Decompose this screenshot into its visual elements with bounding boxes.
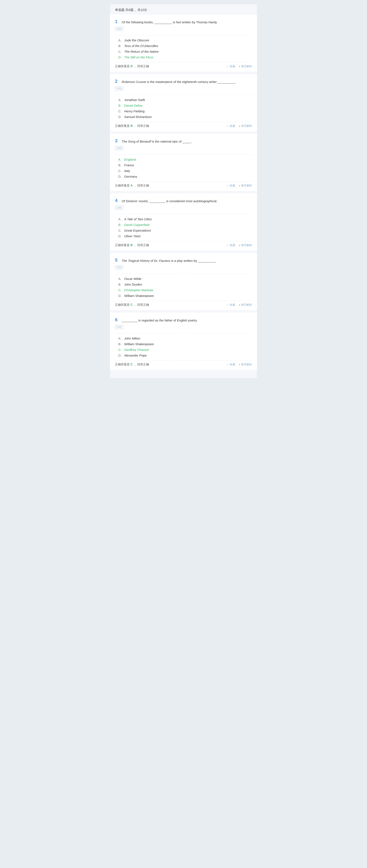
- collect-label-1: 收藏: [230, 64, 235, 68]
- answer-prefix-1: 正确答案是: [115, 64, 130, 68]
- expand-label-6: 展开解析: [241, 363, 252, 366]
- option-letter-1-c: C.: [118, 50, 124, 53]
- collect-button-5[interactable]: 收藏: [226, 303, 235, 307]
- option-2-a: A. Jonathan Swift: [118, 97, 252, 103]
- expand-button-5[interactable]: 展开解析: [239, 303, 252, 307]
- options-divider-5: [115, 274, 252, 274]
- chevron-icon-1: [239, 65, 240, 68]
- option-1-d: D. The Mill on the Floss: [118, 54, 252, 60]
- answer-footer-divider-6: [115, 360, 252, 361]
- question-number-2: 2: [115, 79, 122, 84]
- options-divider-1: [115, 35, 252, 35]
- options-list-6: A. John Milton B. William Shakespeare C.…: [115, 336, 252, 358]
- collect-button-6[interactable]: 收藏: [226, 363, 235, 366]
- expand-button-1[interactable]: 展开解析: [239, 64, 252, 68]
- expand-label-4: 展开解析: [241, 243, 252, 247]
- answer-text-6: 正确答案是 C ， 回答正确: [115, 363, 149, 366]
- answer-status-4: 回答正确: [137, 243, 149, 247]
- expand-label-1: 展开解析: [241, 64, 252, 68]
- star-icon-1: [226, 65, 229, 68]
- collect-button-4[interactable]: 收藏: [226, 243, 235, 247]
- options-divider-2: [115, 95, 252, 95]
- answer-text-4: 正确答案是 B ， 回答正确: [115, 243, 149, 247]
- option-4-d: D. Oliver Twist: [118, 233, 252, 239]
- expand-label-5: 展开解析: [241, 303, 252, 307]
- option-4-a: A. A Tale of Two Cities: [118, 216, 252, 222]
- option-letter-3-d: D.: [118, 175, 124, 178]
- option-letter-4-c: C.: [118, 229, 124, 232]
- question-text-4: Of Dickens' novels, _________ is conside…: [122, 198, 252, 204]
- answer-status-3: 回答正确: [137, 184, 149, 187]
- expand-button-6[interactable]: 展开解析: [239, 363, 252, 366]
- expand-button-2[interactable]: 展开解析: [239, 124, 252, 128]
- option-letter-5-b: B.: [118, 283, 124, 286]
- option-6-d: D. Alexander Pope: [118, 352, 252, 358]
- footer-actions-5: 收藏 展开解析: [226, 303, 252, 307]
- question-header-4: 4 Of Dickens' novels, _________ is consi…: [115, 198, 252, 204]
- question-block-6: 6 _________ is regarded as the father of…: [110, 312, 257, 370]
- answer-footer-6: 正确答案是 C ， 回答正确 收藏 展开解析: [115, 363, 252, 366]
- answer-status-2: 回答正确: [137, 124, 149, 127]
- answer-footer-divider-1: [115, 62, 252, 62]
- option-text-2-d: Samuel Richardson: [124, 115, 152, 119]
- score-badge-6: 2.0分: [115, 325, 123, 329]
- question-number-1: 1: [115, 19, 122, 24]
- option-1-b: B. Tess of the D'Urbervilles: [118, 43, 252, 49]
- option-2-c: C. Henry Fielding: [118, 108, 252, 114]
- option-letter-2-d: D.: [118, 115, 124, 119]
- collect-button-2[interactable]: 收藏: [226, 124, 235, 128]
- answer-text-5: 正确答案是 C ， 回答正确: [115, 303, 149, 307]
- section-header: 单选题 共6题， 共12分: [110, 4, 257, 14]
- correct-letter-6: C: [131, 363, 133, 366]
- answer-prefix-2: 正确答案是: [115, 124, 130, 127]
- collect-button-1[interactable]: 收藏: [226, 64, 235, 68]
- option-text-1-c: The Return of the Native: [124, 50, 159, 53]
- question-number-4: 4: [115, 198, 122, 203]
- option-6-c: C. Geoffrey Chaucer: [118, 347, 252, 352]
- option-text-6-c: Geoffrey Chaucer: [124, 348, 149, 351]
- question-block-2: 2 Robinson Crusoe is the masterpiece of …: [110, 74, 257, 131]
- collect-button-3[interactable]: 收藏: [226, 184, 235, 187]
- question-block-5: 5 The Tragical History of Dr. Faustus is…: [110, 253, 257, 310]
- question-header-2: 2 Robinson Crusoe is the masterpiece of …: [115, 79, 252, 84]
- answer-comma-4: ，: [134, 243, 136, 247]
- question-header-3: 3 The Song of Beowulf is the national ep…: [115, 138, 252, 144]
- chevron-icon-3: [239, 184, 240, 187]
- answer-footer-5: 正确答案是 C ， 回答正确 收藏 展开解析: [115, 303, 252, 307]
- option-text-1-a: Jude the Obscure: [124, 38, 149, 42]
- chevron-icon-4: [239, 244, 240, 247]
- answer-text-3: 正确答案是 A ， 回答正确: [115, 184, 149, 187]
- collect-label-4: 收藏: [230, 243, 235, 247]
- option-3-d: D. Germany: [118, 174, 252, 179]
- option-5-b: B. John Dryden: [118, 282, 252, 287]
- question-text-1: Of the following books, __________ is No…: [122, 19, 252, 25]
- question-block-3: 3 The Song of Beowulf is the national ep…: [110, 133, 257, 191]
- footer-actions-1: 收藏 展开解析: [226, 64, 252, 68]
- option-letter-3-a: A.: [118, 158, 124, 161]
- option-text-5-b: John Dryden: [124, 283, 142, 286]
- option-5-c: C. Christopher Marlowe: [118, 287, 252, 293]
- footer-actions-3: 收藏 展开解析: [226, 184, 252, 187]
- expand-button-3[interactable]: 展开解析: [239, 184, 252, 187]
- answer-comma-5: ，: [134, 303, 136, 306]
- answer-footer-2: 正确答案是 B ， 回答正确 收藏 展开解析: [115, 124, 252, 128]
- total-score: 共12分: [138, 8, 147, 11]
- option-text-3-d: Germany: [124, 175, 137, 178]
- star-icon-3: [226, 184, 229, 187]
- score-badge-4: 2.0分: [115, 206, 123, 210]
- star-icon-2: [226, 125, 229, 128]
- option-2-d: D. Samuel Richardson: [118, 114, 252, 120]
- option-text-3-c: Italy: [124, 169, 130, 173]
- answer-text-1: 正确答案是 D ， 回答正确: [115, 64, 149, 68]
- option-text-4-b: David Copperfield: [124, 223, 149, 226]
- footer-actions-4: 收藏 展开解析: [226, 243, 252, 247]
- section-title: 单选题: [115, 8, 124, 11]
- option-3-a: A. England: [118, 157, 252, 162]
- expand-button-4[interactable]: 展开解析: [239, 243, 252, 247]
- option-text-6-d: Alexander Pope: [124, 353, 147, 357]
- answer-text-2: 正确答案是 B ， 回答正确: [115, 124, 149, 128]
- answer-prefix-4: 正确答案是: [115, 243, 130, 247]
- footer-actions-6: 收藏 展开解析: [226, 363, 252, 366]
- options-list-3: A. England B. France C. Italy D. Germany: [115, 157, 252, 179]
- options-list-5: A. Oscar Wilde B. John Dryden C. Christo…: [115, 276, 252, 299]
